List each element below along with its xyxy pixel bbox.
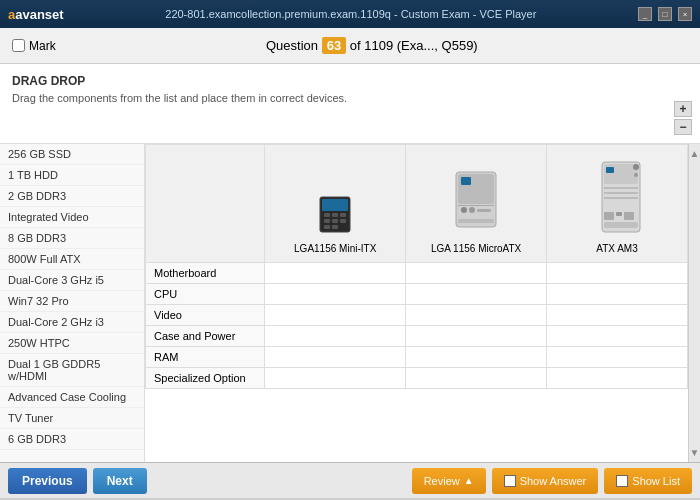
list-item[interactable]: 2 GB DDR3 bbox=[0, 186, 144, 207]
svg-rect-4 bbox=[340, 213, 346, 217]
drop-cell[interactable] bbox=[406, 368, 547, 389]
list-item[interactable]: 6 GB DDR3 bbox=[0, 429, 144, 450]
svg-rect-1 bbox=[322, 199, 348, 211]
maximize-button[interactable]: □ bbox=[658, 7, 672, 21]
row-label-ram: RAM bbox=[146, 347, 265, 368]
col-header-mini-itx: LGA1156 Mini-ITX bbox=[265, 145, 406, 263]
zoom-out-button[interactable]: − bbox=[674, 119, 692, 135]
list-item[interactable]: Dual-Core 2 GHz i3 bbox=[0, 312, 144, 333]
list-item[interactable]: Advanced Case Cooling bbox=[0, 387, 144, 408]
window-title: 220-801.examcollection.premium.exam.1109… bbox=[64, 8, 638, 20]
drop-cell[interactable] bbox=[265, 263, 406, 284]
show-answer-button[interactable]: Show Answer bbox=[492, 468, 599, 494]
drop-cell[interactable] bbox=[265, 368, 406, 389]
list-item[interactable]: Win7 32 Pro bbox=[0, 291, 144, 312]
question-text-area: DRAG DROP Drag the components from the l… bbox=[0, 64, 700, 144]
question-header: Mark Question 63 of 1109 (Exa..., Q559) bbox=[0, 28, 700, 64]
logo-area: aavanset bbox=[8, 7, 64, 22]
drop-cell[interactable] bbox=[265, 347, 406, 368]
drop-cell[interactable] bbox=[406, 305, 547, 326]
row-label-cpu: CPU bbox=[146, 284, 265, 305]
svg-rect-5 bbox=[324, 219, 330, 223]
show-answer-checkbox[interactable] bbox=[504, 475, 516, 487]
drop-cell[interactable] bbox=[406, 326, 547, 347]
minimize-button[interactable]: _ bbox=[638, 7, 652, 21]
drop-cell[interactable] bbox=[547, 347, 688, 368]
drag-drop-area: 256 GB SSD 1 TB HDD 2 GB DDR3 Integrated… bbox=[0, 144, 700, 462]
svg-rect-13 bbox=[461, 207, 467, 213]
drop-cell[interactable] bbox=[406, 263, 547, 284]
list-item[interactable]: 800W Full ATX bbox=[0, 249, 144, 270]
row-label-video: Video bbox=[146, 305, 265, 326]
bottom-toolbar: Previous Next Review ▲ Show Answer Show … bbox=[0, 462, 700, 498]
list-item[interactable]: 250W HTPC bbox=[0, 333, 144, 354]
list-item[interactable]: TV Tuner bbox=[0, 408, 144, 429]
left-panel: DRAG DROP Drag the components from the l… bbox=[0, 64, 700, 462]
drop-cell[interactable] bbox=[406, 284, 547, 305]
microatx-image bbox=[410, 153, 542, 243]
row-label-specialized: Specialized Option bbox=[146, 368, 265, 389]
drop-cell[interactable] bbox=[547, 305, 688, 326]
svg-point-22 bbox=[634, 173, 638, 177]
svg-rect-28 bbox=[624, 212, 634, 220]
question-type-label: DRAG DROP bbox=[12, 74, 688, 88]
list-item[interactable]: 1 TB HDD bbox=[0, 165, 144, 186]
drop-cell[interactable] bbox=[547, 326, 688, 347]
atx-am3-image bbox=[551, 153, 683, 243]
components-list: 256 GB SSD 1 TB HDD 2 GB DDR3 Integrated… bbox=[0, 144, 145, 462]
svg-rect-17 bbox=[458, 205, 494, 206]
question-info: Question 63 of 1109 (Exa..., Q559) bbox=[56, 37, 688, 54]
previous-button[interactable]: Previous bbox=[8, 468, 87, 494]
col-header-empty bbox=[146, 145, 265, 263]
svg-rect-8 bbox=[324, 225, 330, 229]
show-list-checkbox[interactable] bbox=[616, 475, 628, 487]
drop-cell[interactable] bbox=[547, 263, 688, 284]
col-header-atx-am3-label: ATX AM3 bbox=[551, 243, 683, 254]
col-header-mini-itx-label: LGA1156 Mini-ITX bbox=[269, 243, 401, 254]
table-row: Video bbox=[146, 305, 688, 326]
close-button[interactable]: × bbox=[678, 7, 692, 21]
drop-cell[interactable] bbox=[265, 305, 406, 326]
table-row: Case and Power bbox=[146, 326, 688, 347]
list-item[interactable]: Dual-Core 3 GHz i5 bbox=[0, 270, 144, 291]
zoom-in-button[interactable]: + bbox=[674, 101, 692, 117]
svg-rect-25 bbox=[604, 197, 638, 199]
drop-cell[interactable] bbox=[265, 326, 406, 347]
svg-rect-16 bbox=[458, 219, 494, 223]
svg-rect-3 bbox=[332, 213, 338, 217]
show-list-label: Show List bbox=[632, 475, 680, 487]
show-list-button[interactable]: Show List bbox=[604, 468, 692, 494]
svg-rect-27 bbox=[616, 212, 622, 216]
show-answer-label: Show Answer bbox=[520, 475, 587, 487]
question-total: of 1109 (Exa..., Q559) bbox=[350, 38, 478, 53]
window-controls[interactable]: _ □ × bbox=[638, 7, 692, 21]
question-label: Question bbox=[266, 38, 318, 53]
next-button[interactable]: Next bbox=[93, 468, 147, 494]
svg-rect-14 bbox=[469, 207, 475, 213]
drop-cell[interactable] bbox=[547, 368, 688, 389]
main-content: DRAG DROP Drag the components from the l… bbox=[0, 64, 700, 462]
drop-cell[interactable] bbox=[265, 284, 406, 305]
table-row: Motherboard bbox=[146, 263, 688, 284]
review-button[interactable]: Review ▲ bbox=[412, 468, 486, 494]
mini-itx-svg bbox=[300, 157, 370, 237]
zoom-controls[interactable]: + − bbox=[674, 101, 692, 135]
table-row: RAM bbox=[146, 347, 688, 368]
mini-itx-image bbox=[269, 153, 401, 243]
drop-cell[interactable] bbox=[547, 284, 688, 305]
list-item[interactable]: 256 GB SSD bbox=[0, 144, 144, 165]
right-scrollbar[interactable]: ▲ ▼ bbox=[688, 144, 700, 462]
col-header-microatx: LGA 1156 MicroATX bbox=[406, 145, 547, 263]
svg-rect-9 bbox=[332, 225, 338, 229]
list-item[interactable]: Dual 1 GB GDDR5w/HDMI bbox=[0, 354, 144, 387]
review-arrow-icon: ▲ bbox=[464, 475, 474, 486]
list-item[interactable]: 8 GB DDR3 bbox=[0, 228, 144, 249]
microatx-svg bbox=[441, 157, 511, 237]
svg-rect-26 bbox=[604, 212, 614, 220]
mark-checkbox[interactable] bbox=[12, 39, 25, 52]
list-item[interactable]: Integrated Video bbox=[0, 207, 144, 228]
row-label-case-power: Case and Power bbox=[146, 326, 265, 347]
mark-area[interactable]: Mark bbox=[12, 39, 56, 53]
drop-cell[interactable] bbox=[406, 347, 547, 368]
svg-rect-2 bbox=[324, 213, 330, 217]
